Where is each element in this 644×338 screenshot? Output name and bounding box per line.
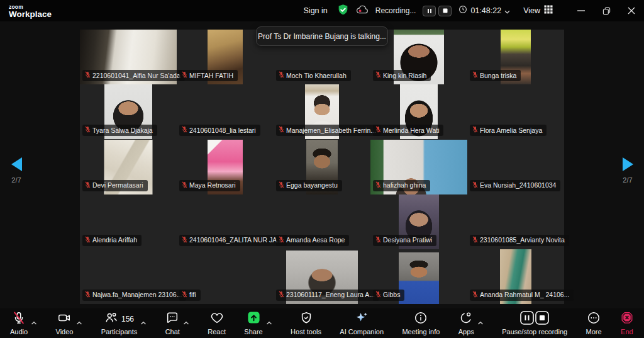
participant-tile[interactable]: Najwa.fa_Manajemen 23106... (80, 249, 177, 304)
participant-name: Eva Nursiah_2410601034 (480, 181, 556, 189)
participant-tile[interactable]: fifi (177, 249, 274, 304)
ai-companion-icon (355, 311, 369, 327)
audio-chevron-up-icon[interactable] (31, 317, 37, 328)
view-button[interactable]: View (523, 5, 553, 16)
more-icon (587, 311, 601, 327)
react-button[interactable]: React (208, 312, 226, 335)
next-page-arrow-icon[interactable] (623, 157, 633, 171)
end-button[interactable]: End (620, 312, 634, 335)
participant-name-badge: MIFTAH FATIH (179, 70, 238, 81)
participant-tile[interactable]: 2310601117_Eneng Laura A... (274, 249, 370, 304)
timer-chevron-down-icon[interactable] (504, 5, 510, 16)
participants-chevron-up-icon[interactable] (140, 317, 147, 328)
participant-name-badge: Amanda Aesa Rope (276, 235, 349, 246)
audio-button[interactable]: Audio (10, 312, 28, 335)
more-button[interactable]: More (586, 312, 601, 335)
participant-tile[interactable]: 2410601046_ZALITA NUR JA... (177, 194, 274, 249)
participant-tile[interactable]: 2210601041_Alfia Nur Sa'ada (80, 30, 177, 84)
participant-name: Egga bayangestu (286, 181, 338, 189)
participant-name-badge: Bunga triska (470, 70, 521, 81)
host-tools-button[interactable]: Host tools (291, 312, 321, 335)
muted-mic-icon (85, 71, 91, 79)
participant-name: 2310601085_Arvianty Novita (480, 236, 565, 244)
video-button[interactable]: Video (56, 312, 74, 335)
next-page-control[interactable]: 2/7 (615, 157, 640, 184)
share-button[interactable]: Share (244, 312, 262, 335)
participants-button[interactable]: 156Participants (101, 312, 137, 335)
zoom-workplace-logo: zoom Workplace (9, 4, 52, 19)
apps-button[interactable]: Apps (458, 312, 474, 335)
participant-tile[interactable]: Gibbs (370, 249, 467, 304)
participant-name: Gibbs (383, 291, 400, 298)
muted-mic-icon (375, 181, 381, 189)
ai-companion-button[interactable]: AI Companion (340, 312, 384, 335)
stop-recording-button[interactable] (438, 6, 452, 16)
meeting-info-button[interactable]: Meeting info (402, 312, 440, 335)
participant-tile[interactable]: Devi Permatasari (80, 139, 177, 194)
security-shield-icon[interactable] (337, 4, 349, 18)
participant-tile[interactable]: Desiyana Pratiwi (370, 194, 467, 249)
apps-chevron-up-icon[interactable] (477, 317, 484, 328)
previous-page-arrow-icon[interactable] (11, 157, 22, 171)
zoom-meeting-window: zoom Workplace Sign in Recording... 01:4… (0, 0, 644, 338)
audio-icon (12, 311, 26, 327)
participant-name: Devi Permatasari (92, 181, 143, 189)
participant-name-badge: fifi (179, 290, 201, 301)
end-label: End (621, 328, 633, 335)
participant-tile[interactable]: Amanda Aesa Rope (274, 194, 370, 249)
participant-tile[interactable]: Bunga triska (467, 30, 564, 84)
share-icon (247, 310, 261, 327)
participant-name: Flora Amelia Senjaya (480, 127, 542, 134)
host-tools-label: Host tools (291, 328, 321, 335)
ai-companion-label: AI Companion (340, 328, 384, 335)
participant-tile[interactable]: Egga bayangestu (274, 139, 370, 194)
sign-in-button[interactable]: Sign in (304, 6, 328, 15)
participant-tile[interactable]: 2410601048_lia lestari (177, 84, 274, 139)
view-label: View (523, 6, 540, 15)
participant-name: Ananda Rahmatul M_ 24106... (480, 291, 569, 298)
chat-icon (165, 311, 179, 327)
participant-name-badge: 2410601048_lia lestari (179, 125, 260, 136)
end-icon (620, 311, 634, 327)
muted-mic-icon (472, 236, 478, 244)
participant-tile[interactable]: hafizhah ghina (370, 139, 467, 194)
participant-video (399, 252, 439, 304)
chat-chevron-up-icon[interactable] (183, 317, 189, 328)
chat-button[interactable]: Chat (165, 312, 180, 335)
minimize-window-button[interactable] (569, 0, 594, 21)
participant-tile[interactable]: Manajemen_Elisabeth Ferrin... (274, 84, 370, 139)
participant-tile[interactable]: Merlinda Hera Wati (370, 84, 467, 139)
participant-tile[interactable]: Alendria Ariffah (80, 194, 177, 249)
participant-name-badge: 2210601041_Alfia Nur Sa'ada (82, 70, 185, 81)
chat-label: Chat (165, 328, 180, 335)
participant-name-badge: 2310601085_Arvianty Novita (470, 235, 569, 246)
video-icon (57, 311, 71, 327)
page-indicator-right: 2/7 (623, 176, 632, 184)
participant-tile[interactable]: 2310601085_Arvianty Novita (467, 194, 564, 249)
participant-name: King kin Riasih (383, 72, 426, 79)
record-button[interactable]: Pause/stop recording (502, 312, 567, 335)
share-chevron-up-icon[interactable] (266, 317, 272, 328)
restore-window-button[interactable] (594, 0, 619, 21)
muted-mic-icon (375, 126, 381, 134)
participant-name-badge: Merlinda Hera Wati (373, 125, 443, 136)
participant-name: 2210601041_Alfia Nur Sa'ada (92, 72, 180, 79)
gallery-area: 2210601041_Alfia Nur Sa'adaMIFTAH FATIHM… (0, 21, 644, 308)
clock-icon (458, 5, 467, 16)
close-window-button[interactable] (619, 0, 644, 21)
previous-page-control[interactable]: 2/7 (4, 157, 29, 184)
host-tools-icon (299, 311, 313, 327)
participants-label: Participants (101, 328, 137, 335)
video-chevron-up-icon[interactable] (76, 317, 82, 328)
participant-tile[interactable]: Eva Nursiah_2410601034 (467, 139, 564, 194)
participant-tile[interactable]: Ananda Rahmatul M_ 24106... (467, 249, 564, 304)
gallery-grid-icon (544, 5, 553, 16)
more-label: More (586, 328, 601, 335)
participant-tile[interactable]: Tyara Salwa Djakaja (80, 84, 177, 139)
participant-name-badge: Gibbs (373, 290, 404, 301)
pause-recording-button[interactable] (423, 6, 436, 16)
participant-tile[interactable]: Flora Amelia Senjaya (467, 84, 564, 139)
participant-tile[interactable]: Maya Retnosari (177, 139, 274, 194)
muted-mic-icon (472, 126, 478, 134)
record-icon (520, 311, 549, 327)
